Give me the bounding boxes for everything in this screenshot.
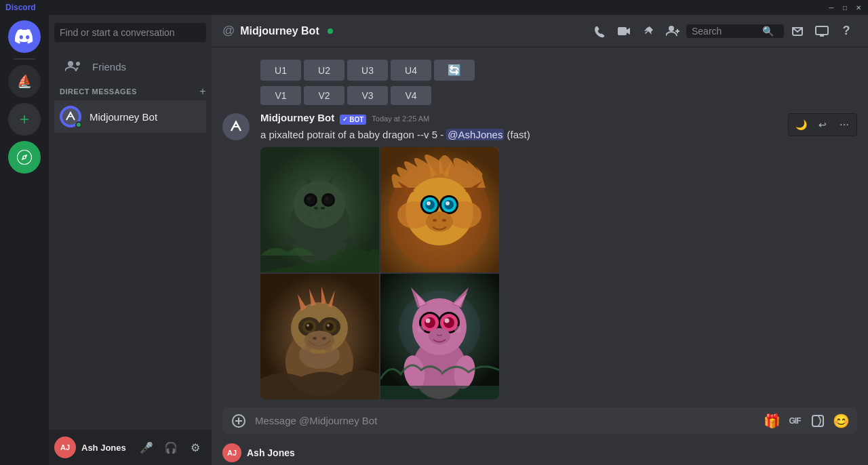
discord-logo: Discord xyxy=(5,3,36,12)
titlebar-controls: ─ □ ✕ xyxy=(827,3,863,12)
svg-point-22 xyxy=(321,207,325,209)
svg-point-60 xyxy=(315,343,321,350)
pin-button[interactable] xyxy=(637,20,659,42)
add-file-button[interactable] xyxy=(228,410,250,432)
server-separator xyxy=(14,58,35,60)
reply-button[interactable]: ↩ xyxy=(813,115,832,134)
input-right-actions: 🎁 GIF 😊 xyxy=(761,410,852,432)
svg-point-76 xyxy=(445,318,450,323)
user-info: Ash Jones xyxy=(81,443,130,453)
svg-point-58 xyxy=(322,337,326,340)
svg-point-55 xyxy=(327,324,330,327)
call-button[interactable] xyxy=(589,20,610,42)
search-icon[interactable]: 🔍 xyxy=(762,26,774,37)
inbox-button[interactable] xyxy=(787,20,808,42)
midjourney-avatar xyxy=(60,106,81,127)
user-avatar: AJ xyxy=(54,437,76,458)
gift-button[interactable]: 🎁 xyxy=(761,410,783,432)
svg-point-24 xyxy=(315,209,321,214)
midjourney-bot-name: Midjourney Bot xyxy=(90,111,157,123)
search-input[interactable] xyxy=(692,26,760,37)
svg-point-54 xyxy=(307,324,309,327)
dm-list: Midjourney Bot xyxy=(49,100,212,430)
app-container: ⛵ + Friends xyxy=(0,15,868,465)
minimize-button[interactable]: ─ xyxy=(827,3,835,12)
add-server-button[interactable]: + xyxy=(8,103,41,136)
add-member-button[interactable] xyxy=(662,20,684,42)
bottom-user-hint: AJ Ash Jones xyxy=(212,442,868,465)
server-list: ⛵ + xyxy=(0,15,49,465)
chat-area: @ Midjourney Bot xyxy=(212,15,868,465)
v1-top-button[interactable]: V1 xyxy=(260,86,301,105)
v4-top-button[interactable]: V4 xyxy=(391,86,431,105)
svg-point-26 xyxy=(309,219,314,224)
svg-point-25 xyxy=(326,212,331,218)
user-controls: 🎤 🎧 ⚙ xyxy=(136,437,206,458)
bot-badge: ✓ BOT xyxy=(340,115,366,125)
u4-top-button[interactable]: U4 xyxy=(391,60,431,81)
settings-button[interactable]: ⚙ xyxy=(184,437,206,458)
svg-point-53 xyxy=(326,323,334,331)
svg-point-6 xyxy=(669,26,674,31)
more-options-button[interactable]: ⋯ xyxy=(835,115,854,134)
bottom-username: Ash Jones xyxy=(247,447,295,458)
svg-rect-9 xyxy=(816,26,828,35)
refresh-top-button[interactable]: 🔄 xyxy=(434,60,475,81)
svg-point-39 xyxy=(427,201,431,205)
direct-messages-header: DIRECT MESSAGES + xyxy=(49,83,212,100)
svg-point-52 xyxy=(305,323,313,331)
channel-type-icon: @ xyxy=(222,24,235,38)
previous-message-v-buttons: V1 V2 V3 V4 xyxy=(212,86,868,110)
find-conversation-input[interactable] xyxy=(54,23,206,42)
svg-point-1 xyxy=(24,157,26,159)
maximize-button[interactable]: □ xyxy=(841,3,849,12)
messages-area: U1 U2 U3 U4 🔄 V1 V2 V3 V4 xyxy=(212,47,868,402)
sticker-button[interactable] xyxy=(807,410,829,432)
mention: @AshJones xyxy=(446,129,504,140)
dragon-image-tl[interactable] xyxy=(260,147,379,272)
dragon-image-br[interactable] xyxy=(380,274,499,399)
friends-nav-item[interactable]: Friends xyxy=(54,50,206,83)
gif-button[interactable]: GIF xyxy=(784,410,806,432)
dm-sidebar: Friends DIRECT MESSAGES + Midjourney Bot xyxy=(49,15,212,465)
dragon-image-tr[interactable] xyxy=(380,147,499,272)
v2-top-button[interactable]: V2 xyxy=(304,86,344,105)
svg-point-75 xyxy=(426,318,431,323)
react-button[interactable]: 🌙 xyxy=(791,115,810,134)
svg-point-42 xyxy=(433,219,437,222)
friends-label: Friends xyxy=(92,61,126,73)
help-button[interactable]: ? xyxy=(835,20,857,42)
channel-status-indicator xyxy=(328,28,333,34)
video-button[interactable] xyxy=(613,20,635,42)
online-status-dot xyxy=(75,121,82,128)
v3-top-button[interactable]: V3 xyxy=(347,86,388,105)
server-icon-home[interactable] xyxy=(8,20,41,53)
header-actions: 🔍 ? xyxy=(589,20,857,42)
dm-item-midjourney[interactable]: Midjourney Bot xyxy=(54,100,206,133)
u2-top-button[interactable]: U2 xyxy=(304,60,344,81)
titlebar: Discord ─ □ ✕ xyxy=(0,0,868,15)
u1-top-button[interactable]: U1 xyxy=(260,60,301,81)
emoji-button[interactable]: 😊 xyxy=(830,410,852,432)
close-button[interactable]: ✕ xyxy=(854,3,863,12)
channel-name: Midjourney Bot xyxy=(240,25,319,37)
message-content: a pixalted potrait of a baby dragon --v … xyxy=(260,127,857,142)
svg-rect-83 xyxy=(812,416,823,426)
svg-point-59 xyxy=(304,345,311,352)
svg-point-27 xyxy=(319,218,324,223)
message-hover-actions: 🌙 ↩ ⋯ xyxy=(788,113,857,136)
server-icon-explore[interactable] xyxy=(8,141,41,174)
direct-messages-label: DIRECT MESSAGES xyxy=(60,87,137,96)
dragon-message-group: Midjourney Bot ✓ BOT Today at 2:25 AM a … xyxy=(212,110,868,402)
mute-button[interactable]: 🎤 xyxy=(136,437,157,458)
deafen-button[interactable]: 🎧 xyxy=(160,437,182,458)
screen-button[interactable] xyxy=(811,20,833,42)
server-icon-sail[interactable]: ⛵ xyxy=(8,65,41,98)
dm-search-container xyxy=(49,15,212,50)
dragon-image-bl[interactable] xyxy=(260,274,379,399)
add-dm-button[interactable]: + xyxy=(199,85,206,98)
friends-icon xyxy=(62,56,84,77)
message-input[interactable] xyxy=(255,407,755,434)
u3-top-button[interactable]: U3 xyxy=(347,60,388,81)
input-area: 🎁 GIF 😊 xyxy=(212,402,868,442)
